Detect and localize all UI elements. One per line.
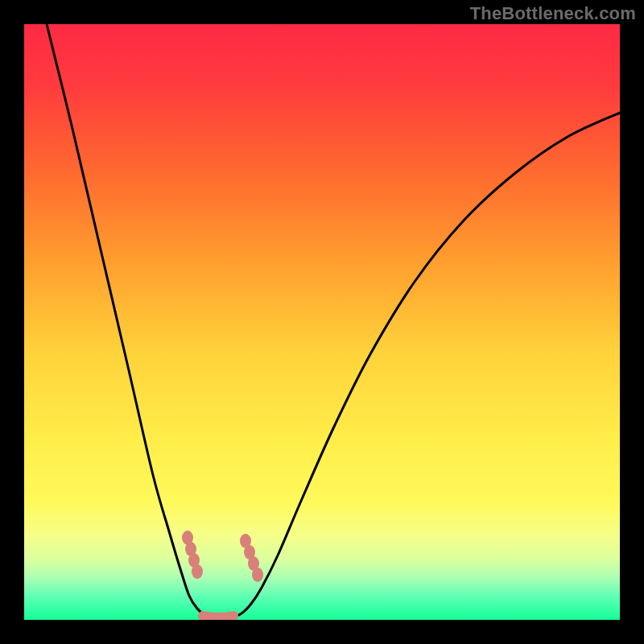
bead [192, 564, 203, 579]
frame: TheBottleneck.com [0, 0, 644, 644]
bead-group-left [182, 530, 203, 579]
bead-bottom-segment [203, 616, 233, 617]
bottleneck-curve [47, 24, 620, 619]
plot-area [24, 24, 620, 620]
bead-group-right [240, 534, 263, 582]
bead [252, 568, 263, 582]
watermark-text: TheBottleneck.com [470, 3, 636, 24]
curve-layer [24, 24, 620, 620]
